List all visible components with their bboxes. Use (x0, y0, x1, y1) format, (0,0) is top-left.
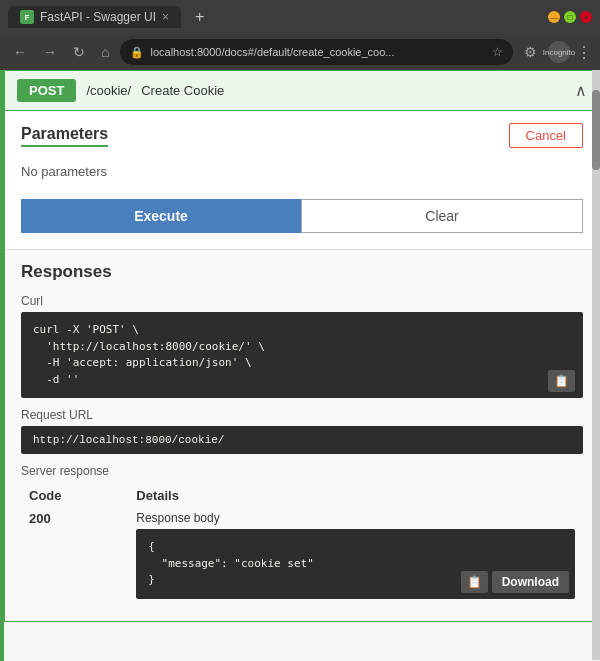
scrollbar-track[interactable] (592, 70, 600, 660)
responses-section: Responses Curl curl -X 'POST' \ 'http://… (5, 250, 599, 621)
home-button[interactable]: ⌂ (96, 42, 114, 62)
scrollbar-thumb[interactable] (592, 90, 600, 170)
download-button[interactable]: Download (492, 571, 569, 593)
response-actions: 📋 Download (461, 571, 569, 593)
curl-block: Curl curl -X 'POST' \ 'http://localhost:… (21, 294, 583, 398)
request-url-block: Request URL http://localhost:8000/cookie… (21, 408, 583, 454)
endpoint-description: Create Cookie (141, 83, 224, 98)
profile-label: Incognito (543, 48, 575, 57)
copy-curl-button[interactable]: 📋 (548, 370, 575, 392)
response-code-cell: 200 (21, 507, 128, 603)
collapse-chevron-icon[interactable]: ∧ (575, 81, 587, 100)
parameters-section: Parameters Cancel No parameters Execute … (5, 111, 599, 250)
server-response-label: Server response (21, 464, 583, 478)
browser-tab[interactable]: F FastAPI - Swagger UI × (8, 6, 181, 28)
table-row: 200 Response body { "message": "cookie s… (21, 507, 583, 603)
endpoint-path: /cookie/ (86, 83, 131, 98)
responses-title: Responses (21, 262, 583, 282)
tab-title: FastAPI - Swagger UI (40, 10, 156, 24)
details-column-header: Details (128, 484, 583, 507)
endpoint-header[interactable]: POST /cookie/ Create Cookie ∧ (4, 70, 600, 111)
close-button[interactable]: × (580, 11, 592, 23)
http-method-badge: POST (17, 79, 76, 102)
tab-favicon: F (20, 10, 34, 24)
forward-button[interactable]: → (38, 42, 62, 62)
endpoint-info: POST /cookie/ Create Cookie (17, 79, 224, 102)
response-details-cell: Response body { "message": "cookie set" … (128, 507, 583, 603)
request-url-display: http://localhost:8000/cookie/ (21, 426, 583, 454)
response-body-label: Response body (136, 511, 575, 525)
request-url-label: Request URL (21, 408, 583, 422)
cancel-button[interactable]: Cancel (509, 123, 583, 148)
curl-code-block: curl -X 'POST' \ 'http://localhost:8000/… (21, 312, 583, 398)
clear-button[interactable]: Clear (301, 199, 583, 233)
tab-close-btn[interactable]: × (162, 10, 169, 24)
browser-menu-button[interactable]: ⋮ (576, 43, 592, 62)
maximize-button[interactable]: □ (564, 11, 576, 23)
lock-icon: 🔒 (130, 46, 144, 59)
no-parameters-text: No parameters (21, 156, 583, 187)
reload-button[interactable]: ↻ (68, 42, 90, 62)
parameters-header: Parameters Cancel (21, 123, 583, 148)
profile-button[interactable]: Incognito (548, 41, 570, 63)
back-button[interactable]: ← (8, 42, 32, 62)
endpoint-panel: Parameters Cancel No parameters Execute … (4, 111, 600, 622)
window-controls: — □ × (548, 11, 592, 23)
curl-code-text: curl -X 'POST' \ 'http://localhost:8000/… (33, 322, 571, 388)
address-bar[interactable]: 🔒 localhost:8000/docs#/default/create_co… (120, 39, 513, 65)
extensions-icon[interactable]: ⚙ (519, 42, 542, 62)
action-buttons: Execute Clear (21, 199, 583, 233)
execute-button[interactable]: Execute (21, 199, 301, 233)
code-column-header: Code (21, 484, 128, 507)
response-body-block: { "message": "cookie set" } 📋 Download (136, 529, 575, 599)
new-tab-button[interactable]: + (189, 8, 210, 26)
curl-label: Curl (21, 294, 583, 308)
minimize-button[interactable]: — (548, 11, 560, 23)
navigation-bar: ← → ↻ ⌂ 🔒 localhost:8000/docs#/default/c… (0, 34, 600, 70)
parameters-title: Parameters (21, 125, 108, 147)
server-response-section: Server response Code Details 200 (21, 464, 583, 603)
copy-response-button[interactable]: 📋 (461, 571, 488, 593)
response-table: Code Details 200 Response body (21, 484, 583, 603)
page-content: POST /cookie/ Create Cookie ∧ Parameters… (0, 70, 600, 661)
address-text: localhost:8000/docs#/default/create_cook… (150, 46, 486, 58)
bookmark-icon[interactable]: ☆ (492, 45, 503, 59)
